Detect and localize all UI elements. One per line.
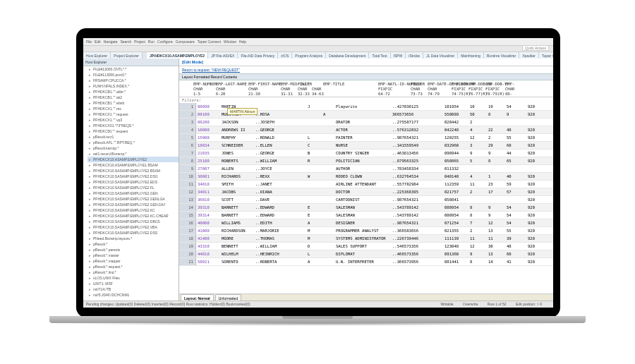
cell[interactable] xyxy=(425,173,443,180)
cell[interactable]: 39314 xyxy=(196,212,220,219)
cell[interactable]: COUNTRY SINGER xyxy=(334,150,391,157)
tree-item[interactable]: ▸nxl/5.JD40:/DCHCNM1 xyxy=(87,292,179,298)
cell[interactable]: ORATOR xyxy=(334,119,391,126)
cell[interactable]: MOORE xyxy=(220,235,254,242)
cell[interactable] xyxy=(288,227,306,234)
cell[interactable]: ..987654321 xyxy=(391,219,425,226)
tree-item[interactable]: ▸PFHDKCX10.SASAMP.EMPLOYE2.EDS xyxy=(87,179,179,185)
table-row[interactable]: 1640000WILLIAMS..EDITHADESIGNER..9876543… xyxy=(179,219,553,227)
cell[interactable]: JONES xyxy=(220,150,254,157)
cell[interactable]: 081441 xyxy=(443,258,468,265)
cell[interactable] xyxy=(288,134,306,141)
cell[interactable]: 30001 xyxy=(196,173,220,180)
cell[interactable]: SCHNEIDER xyxy=(220,142,254,149)
cell[interactable] xyxy=(322,181,334,188)
cell[interactable]: ..RONALD xyxy=(254,134,288,141)
cell[interactable]: 17 xyxy=(487,188,505,195)
cell[interactable]: 920 xyxy=(526,111,543,118)
cell[interactable] xyxy=(288,196,306,203)
cell[interactable]: ..EDWARD xyxy=(254,212,288,219)
cell[interactable]: WILLIAMS xyxy=(220,219,254,226)
cell[interactable]: 40000 xyxy=(196,219,220,226)
col-header[interactable]: CHAR xyxy=(428,87,452,92)
col-header[interactable]: 76-77(R) xyxy=(468,92,485,97)
cell[interactable] xyxy=(322,196,334,203)
cell[interactable] xyxy=(425,196,443,203)
cell[interactable]: 57 xyxy=(505,188,526,195)
quick-access-box[interactable]: Quick Access xyxy=(522,45,549,51)
cell[interactable]: ..JOSEPH xyxy=(254,119,288,126)
cell[interactable] xyxy=(425,219,443,226)
table-row[interactable]: 100090MARTINJPlaywrite..4270301251019541… xyxy=(179,103,553,111)
col-header[interactable]: CHAR xyxy=(281,87,298,92)
cell[interactable]: ..HEINRICH xyxy=(254,250,288,257)
cell[interactable]: 54 xyxy=(505,212,526,219)
cell[interactable] xyxy=(468,165,487,172)
cell[interactable]: ..MARJORIE xyxy=(254,227,288,234)
cell[interactable] xyxy=(425,204,443,211)
cell[interactable]: A xyxy=(306,219,322,226)
cell[interactable] xyxy=(322,235,334,242)
cell[interactable] xyxy=(425,119,443,126)
col-header[interactable]: CHAR xyxy=(216,87,248,92)
cell[interactable] xyxy=(526,165,543,172)
col-header[interactable]: CHAR xyxy=(312,87,323,92)
table-row[interactable]: 1439310BARNETT..EDWARDESALESMAN..5437891… xyxy=(179,204,553,212)
tree-item[interactable]: ▸PFHDKCX10.SASAMP.EMPLOYE2.VBA xyxy=(87,224,179,230)
cell[interactable]: 8 xyxy=(487,111,505,118)
cell[interactable]: ..341559549 xyxy=(391,142,425,149)
cell[interactable] xyxy=(487,119,505,126)
col-header[interactable]: EMP-FIRST-NAME xyxy=(248,82,281,87)
cell[interactable]: 042248 xyxy=(443,126,468,133)
cell[interactable] xyxy=(254,103,288,110)
cell[interactable]: 34011 xyxy=(196,188,220,195)
cell[interactable]: 13 xyxy=(487,227,505,234)
cell[interactable] xyxy=(322,134,334,141)
cell[interactable] xyxy=(425,212,443,219)
tree-item[interactable]: ▸PFHDKCB1."".abbr.* xyxy=(87,89,179,95)
tree-item[interactable]: ▸PFHDKCX10.SASAMP.EMPLOYE2.DBCS xyxy=(87,219,179,224)
cell[interactable] xyxy=(288,258,306,265)
cell[interactable]: 22 xyxy=(487,126,505,133)
cell[interactable]: ..546573356 xyxy=(391,243,425,250)
cell[interactable] xyxy=(322,157,334,164)
cell[interactable]: 13 xyxy=(487,250,505,257)
cell[interactable]: 8 xyxy=(487,157,505,164)
cell[interactable]: J xyxy=(306,103,322,110)
table-row[interactable]: 2044018WILHELM..HEINRICHLDIPLOMAT..46657… xyxy=(179,250,553,258)
cell[interactable]: ..WILLIAM xyxy=(254,157,288,164)
menu-run[interactable]: Run xyxy=(148,40,155,44)
tree-item[interactable]: ▸PFHDKCX10.SASAMP.EMPLOYE2.GENLGA xyxy=(87,196,179,202)
cell[interactable]: 2 xyxy=(468,188,487,195)
cell[interactable]: ..632764534 xyxy=(391,173,425,180)
tree-item[interactable]: ▸UNIT1: MSF xyxy=(87,281,179,286)
col-header[interactable]: CHAR xyxy=(505,87,521,92)
cell[interactable]: 54 xyxy=(505,103,526,110)
cell[interactable] xyxy=(288,204,306,211)
cell[interactable] xyxy=(425,227,443,234)
menu-edit[interactable]: Edit xyxy=(95,40,101,44)
col-header[interactable]: 74-79 xyxy=(428,92,452,97)
cell[interactable]: SYSTEMS ADMINISTRATOR xyxy=(334,235,391,242)
cell[interactable] xyxy=(322,258,334,265)
cell[interactable]: 9 xyxy=(487,150,505,157)
cell[interactable] xyxy=(288,165,306,172)
tree-item[interactable]: ▸FILE#13000.CNTL*.* xyxy=(87,66,179,72)
cell[interactable]: 21035 xyxy=(196,150,220,157)
cell[interactable]: 59 xyxy=(505,181,526,188)
cell[interactable] xyxy=(322,103,334,110)
cell[interactable] xyxy=(505,119,526,126)
cell[interactable]: E xyxy=(306,204,322,211)
cell[interactable]: W xyxy=(306,173,322,180)
cell[interactable]: ..DIANA xyxy=(254,188,288,195)
cell[interactable]: DOCTOR xyxy=(334,188,391,195)
cell[interactable]: ..427030125 xyxy=(391,103,425,110)
cell[interactable]: 43310 xyxy=(196,243,220,250)
table-row[interactable]: 1943310BENNETT..WILLIAMDSALES SUPPORT..5… xyxy=(179,243,553,250)
cell[interactable]: MURPHY xyxy=(220,134,254,141)
cell[interactable]: 920 xyxy=(526,157,543,164)
col-header[interactable]: EMP-DOB-MM xyxy=(452,82,468,87)
cell[interactable] xyxy=(425,250,443,257)
cell[interactable]: A xyxy=(306,258,322,265)
col-header[interactable]: EMP-DOB-YY xyxy=(485,82,505,87)
